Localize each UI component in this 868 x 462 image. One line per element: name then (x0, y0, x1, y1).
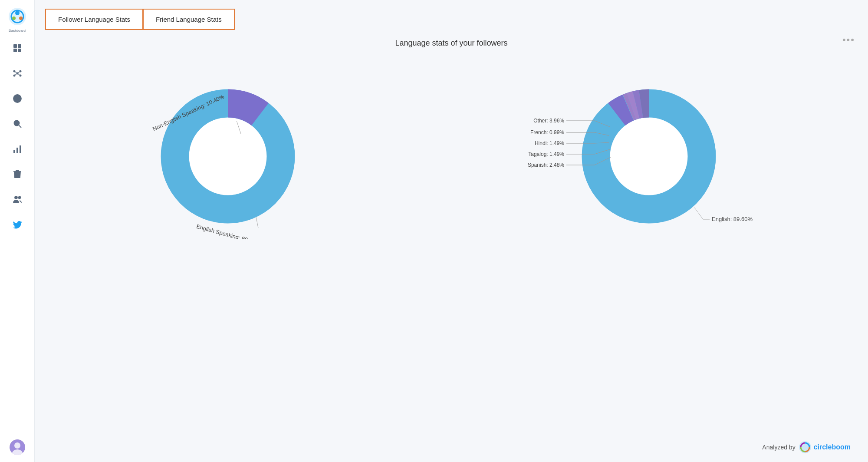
charts-row: Non-English Speaking: 10.40% English Spe… (52, 56, 851, 239)
analyzed-by-label: Analyzed by (762, 444, 795, 451)
svg-line-16 (14, 73, 17, 76)
sidebar: Dashboard (0, 0, 35, 462)
right-donut-chart: Other: 3.96% French: 0.99% Hindi: 1.49% (514, 56, 757, 239)
svg-text:Other: 3.96%: Other: 3.96% (533, 118, 564, 124)
svg-rect-25 (20, 145, 21, 153)
svg-line-15 (17, 71, 20, 73)
svg-point-3 (19, 16, 23, 20)
left-donut-chart: Non-English Speaking: 10.40% English Spe… (145, 56, 310, 239)
svg-point-44 (610, 118, 687, 195)
svg-text:French: 0.99%: French: 0.99% (530, 129, 564, 135)
svg-point-4 (12, 16, 16, 20)
content-area: ••• Language stats of your followers (35, 30, 868, 437)
circleboom-logo: circleboom (799, 441, 851, 453)
app-logo[interactable]: Dashboard (8, 7, 27, 26)
svg-point-2 (15, 11, 20, 15)
sidebar-bottom (10, 439, 25, 455)
svg-text:English Speaking: 89.60%: English Speaking: 89.60% (196, 223, 261, 239)
svg-point-20 (16, 98, 18, 99)
main-content: Follower Language Stats Friend Language … (35, 0, 868, 462)
svg-text:Spanish: 2.48%: Spanish: 2.48% (528, 162, 564, 168)
svg-rect-7 (13, 49, 17, 52)
svg-line-37 (256, 217, 258, 228)
sidebar-item-network[interactable] (11, 67, 24, 80)
svg-line-62 (694, 208, 703, 219)
svg-rect-6 (18, 44, 21, 48)
sidebar-item-users[interactable] (11, 193, 24, 206)
svg-point-33 (189, 118, 266, 195)
svg-point-26 (15, 196, 17, 199)
svg-rect-23 (13, 150, 15, 153)
svg-text:Tagalog: 1.49%: Tagalog: 1.49% (528, 151, 564, 157)
svg-rect-8 (18, 49, 21, 52)
more-options-button[interactable]: ••• (842, 34, 855, 46)
svg-point-21 (14, 121, 19, 126)
svg-text:English: 89.60%: English: 89.60% (712, 216, 753, 222)
sidebar-item-delete[interactable] (11, 168, 24, 181)
app-title-label: Dashboard (8, 29, 27, 33)
footer: Analyzed by circleboom (35, 437, 868, 462)
svg-line-22 (19, 125, 21, 128)
svg-line-17 (17, 73, 20, 76)
svg-point-29 (14, 442, 20, 449)
tab-follower-language[interactable]: Follower Language Stats (45, 9, 143, 30)
chart-title: Language stats of your followers (52, 39, 851, 48)
sidebar-item-twitter[interactable] (11, 218, 24, 231)
sidebar-item-analytics[interactable] (11, 142, 24, 155)
user-avatar[interactable] (10, 439, 25, 455)
sidebar-item-dashboard[interactable] (11, 42, 24, 55)
svg-point-27 (18, 197, 20, 199)
tab-friend-language[interactable]: Friend Language Stats (143, 9, 235, 30)
svg-line-14 (14, 71, 17, 73)
brand-name: circleboom (814, 443, 851, 451)
svg-rect-5 (13, 44, 17, 48)
tabs-bar: Follower Language Stats Friend Language … (35, 0, 868, 30)
svg-text:Hindi: 1.49%: Hindi: 1.49% (535, 140, 564, 146)
sidebar-item-target[interactable] (11, 92, 24, 105)
svg-rect-24 (16, 148, 18, 153)
circleboom-icon (799, 441, 811, 453)
sidebar-item-search[interactable] (11, 117, 24, 130)
